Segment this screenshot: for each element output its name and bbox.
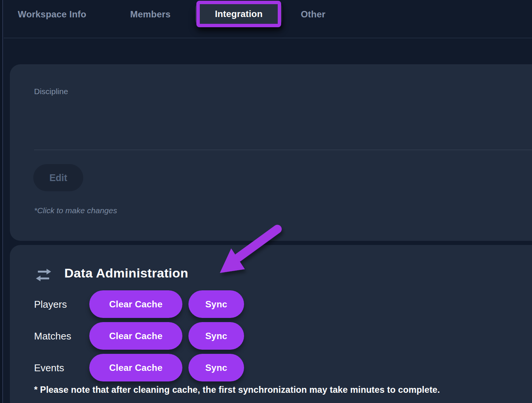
tab-members[interactable]: Members	[130, 9, 171, 20]
events-clear-cache-button[interactable]: Clear Cache	[89, 354, 182, 381]
data-administration-header: Data Administration	[10, 245, 532, 287]
edit-button[interactable]: Edit	[33, 164, 83, 191]
cache-note-text: * Please note that after cleaning cache,…	[34, 385, 532, 395]
transfer-arrows-icon	[35, 268, 52, 282]
row-label-matches: Matches	[34, 330, 91, 342]
row-label-events: Events	[34, 362, 91, 374]
players-clear-cache-button[interactable]: Clear Cache	[89, 290, 182, 318]
tab-workspace-info[interactable]: Workspace Info	[18, 9, 86, 20]
section-title: Data Administration	[64, 266, 188, 281]
tab-integration[interactable]: Integration	[195, 2, 282, 26]
matches-sync-button[interactable]: Sync	[188, 322, 244, 350]
left-rail-divider	[0, 0, 3, 403]
row-label-players: Players	[34, 299, 91, 310]
tab-other[interactable]: Other	[301, 9, 325, 20]
events-sync-button[interactable]: Sync	[188, 354, 244, 381]
card-divider	[34, 150, 532, 150]
settings-tabbar: Workspace Info Members Integration Other	[4, 0, 532, 38]
matches-clear-cache-button[interactable]: Clear Cache	[89, 322, 182, 350]
data-administration-card: Data Administration Players Clear Cache …	[10, 245, 532, 403]
discipline-label: Discipline	[34, 87, 68, 96]
discipline-card: Discipline Edit *Click to make changes	[10, 64, 532, 241]
players-sync-button[interactable]: Sync	[188, 290, 244, 318]
edit-hint-text: *Click to make changes	[34, 206, 117, 215]
